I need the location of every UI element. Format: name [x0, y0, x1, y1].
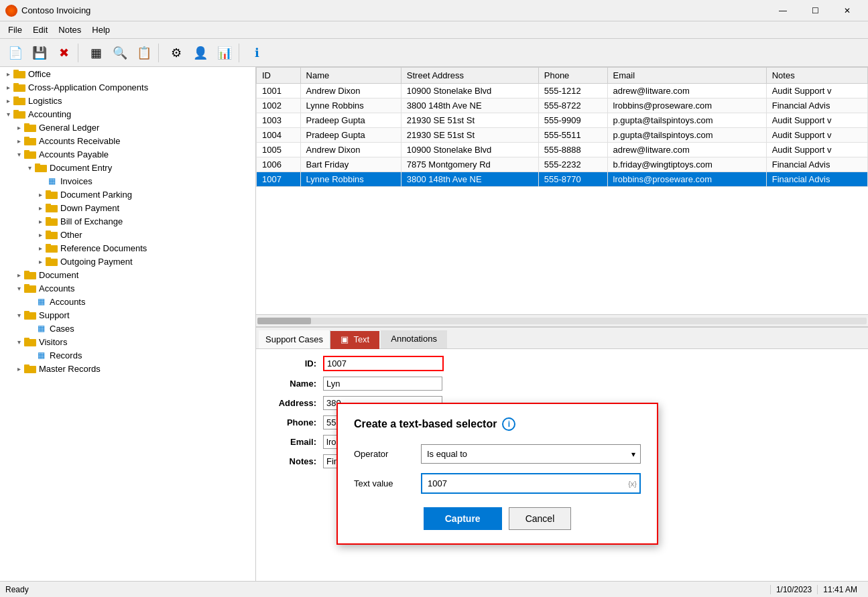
sidebar-item-logistics[interactable]: Logistics [0, 94, 255, 107]
table-row[interactable]: 1001Andrew Dixon10900 Stonelake Blvd555-… [257, 84, 868, 98]
notes-button[interactable]: 📋 [133, 42, 156, 64]
tree-arrow-other[interactable] [35, 229, 46, 240]
tree-arrow-support[interactable] [13, 310, 24, 320]
sidebar-label-document-parking: Document Parking [60, 190, 132, 200]
folder-icon-visitors [24, 337, 36, 346]
capture-button[interactable]: Capture [424, 507, 502, 530]
menu-help[interactable]: Help [86, 23, 115, 36]
tree-arrow-general-ledger[interactable] [13, 122, 24, 133]
sidebar-item-accounting[interactable]: Accounting [0, 107, 255, 121]
table-row[interactable]: 1007Lynne Robbins3800 148th Ave NE555-87… [257, 172, 868, 187]
cell-notes: Audit Support v [766, 84, 867, 98]
form-input-id[interactable] [323, 356, 444, 371]
menu-file[interactable]: File [3, 23, 27, 36]
tree-arrow-visitors[interactable] [13, 336, 24, 347]
sidebar-item-records[interactable]: ▦ Records [0, 348, 255, 362]
grid-button[interactable]: ▦ [84, 42, 107, 64]
sidebar-label-outgoing-payment: Outgoing Payment [60, 257, 133, 267]
svg-rect-1 [13, 70, 19, 72]
close-button[interactable]: ✕ [832, 1, 863, 21]
tree-arrow-bill-of-exchange[interactable] [35, 216, 46, 226]
tab-annotations[interactable]: Annotations [381, 330, 447, 348]
tree-arrow-accounts-receivable[interactable] [13, 135, 24, 146]
tree-arrow-document[interactable] [13, 269, 24, 280]
tree-arrow-cross-app[interactable] [3, 82, 13, 92]
sidebar-item-other[interactable]: Other [0, 228, 255, 241]
sidebar-label-office: Office [28, 69, 51, 79]
dialog-row-text-value: Text value {x} [354, 473, 641, 494]
h-scroll-track[interactable] [257, 318, 867, 324]
h-scroll-thumb[interactable] [257, 318, 311, 324]
table-scroll[interactable]: ID Name Street Address Phone Email Notes… [256, 67, 868, 314]
sidebar-item-invoices[interactable]: ▦ Invoices [0, 174, 255, 188]
tree-arrow-master-records[interactable] [13, 363, 24, 374]
table-row[interactable]: 1002Lynne Robbins3800 148th Ave NE555-87… [257, 98, 868, 113]
sidebar-item-cases[interactable]: ▦ Cases [0, 322, 255, 335]
tree-arrow-accounts-payable[interactable] [13, 149, 24, 159]
sidebar-item-accounts[interactable]: Accounts [0, 281, 255, 295]
sidebar-item-accounts-table[interactable]: ▦ Accounts [0, 295, 255, 308]
tree-arrow-office[interactable] [3, 68, 13, 79]
dialog-text-selector: Create a text-based selector i Operator … [336, 403, 658, 545]
table-row[interactable]: 1006Bart Friday7875 Montgomery Rd555-223… [257, 157, 868, 172]
col-header-phone[interactable]: Phone [538, 68, 607, 84]
sidebar-item-accounts-receivable[interactable]: Accounts Receivable [0, 134, 255, 147]
cancel-button[interactable]: Cancel [509, 507, 572, 530]
menu-notes[interactable]: Notes [53, 23, 86, 36]
col-header-notes[interactable]: Notes [766, 68, 867, 84]
sidebar-item-outgoing-payment[interactable]: Outgoing Payment [0, 255, 255, 268]
form-row-id: ID: [269, 356, 855, 371]
notes-icon: 📋 [137, 46, 151, 60]
sidebar-item-bill-of-exchange[interactable]: Bill of Exchange [0, 214, 255, 228]
dialog-operator-select[interactable]: Is equal to Contains Starts with Ends wi… [421, 444, 641, 464]
cell-phone: 555-8722 [538, 98, 607, 113]
form-input-name[interactable] [323, 377, 442, 391]
tree-arrow-reference-documents[interactable] [35, 243, 46, 253]
form-label-email: Email: [269, 437, 323, 447]
settings-button[interactable]: ⚙ [165, 42, 188, 64]
tree-arrow-document-entry[interactable] [24, 162, 35, 173]
col-header-id[interactable]: ID [257, 68, 301, 84]
maximize-button[interactable]: ☐ [800, 1, 830, 21]
svg-rect-37 [24, 364, 29, 367]
col-header-email[interactable]: Email [607, 68, 766, 84]
delete-button[interactable]: ✖ [52, 42, 75, 64]
col-header-name[interactable]: Name [300, 68, 401, 84]
tree-arrow-accounting[interactable] [3, 109, 13, 119]
tree-arrow-document-parking[interactable] [35, 189, 46, 200]
table-row[interactable]: 1004Pradeep Gupta21930 SE 51st St555-551… [257, 128, 868, 143]
info-button[interactable]: ℹ [245, 42, 268, 64]
sidebar-item-master-records[interactable]: Master Records [0, 362, 255, 375]
menu-edit[interactable]: Edit [27, 23, 53, 36]
excel-button[interactable]: 📊 [213, 42, 236, 64]
save-button[interactable]: 💾 [28, 42, 51, 64]
sidebar-item-office[interactable]: Office [0, 67, 255, 80]
table-row[interactable]: 1005Andrew Dixon10900 Stonelake Blvd555-… [257, 143, 868, 157]
horizontal-scrollbar[interactable] [256, 314, 868, 326]
new-button[interactable]: 📄 [4, 42, 27, 64]
cell-id: 1001 [257, 84, 301, 98]
tree-arrow-logistics[interactable] [3, 95, 13, 106]
tree-arrow-down-payment[interactable] [35, 202, 46, 213]
table-row[interactable]: 1003Pradeep Gupta21930 SE 51st St555-990… [257, 113, 868, 128]
tree-arrow-accounts[interactable] [13, 283, 24, 293]
sidebar-item-document-parking[interactable]: Document Parking [0, 188, 255, 201]
cell-address: 21930 SE 51st St [401, 113, 538, 128]
search-button[interactable]: 🔍 [109, 42, 131, 64]
sidebar-item-down-payment[interactable]: Down Payment [0, 201, 255, 214]
sidebar-item-visitors[interactable]: Visitors [0, 335, 255, 348]
dialog-text-value-input[interactable] [421, 473, 641, 494]
tab-text[interactable]: ▣ Text [330, 331, 379, 349]
sidebar-item-accounts-payable[interactable]: Accounts Payable [0, 147, 255, 161]
sidebar-item-document-entry[interactable]: Document Entry [0, 161, 255, 174]
sidebar-item-document[interactable]: Document [0, 268, 255, 281]
sidebar-item-cross-app[interactable]: Cross-Application Components [0, 80, 255, 94]
table-icon-accounts: ▦ [35, 297, 47, 306]
tree-arrow-outgoing-payment[interactable] [35, 256, 46, 267]
sidebar-item-general-ledger[interactable]: General Ledger [0, 121, 255, 134]
col-header-address[interactable]: Street Address [401, 68, 538, 84]
sidebar-item-reference-documents[interactable]: Reference Documents [0, 241, 255, 255]
sidebar-item-support[interactable]: Support [0, 308, 255, 322]
user-button[interactable]: 👤 [189, 42, 212, 64]
minimize-button[interactable]: — [767, 1, 798, 21]
